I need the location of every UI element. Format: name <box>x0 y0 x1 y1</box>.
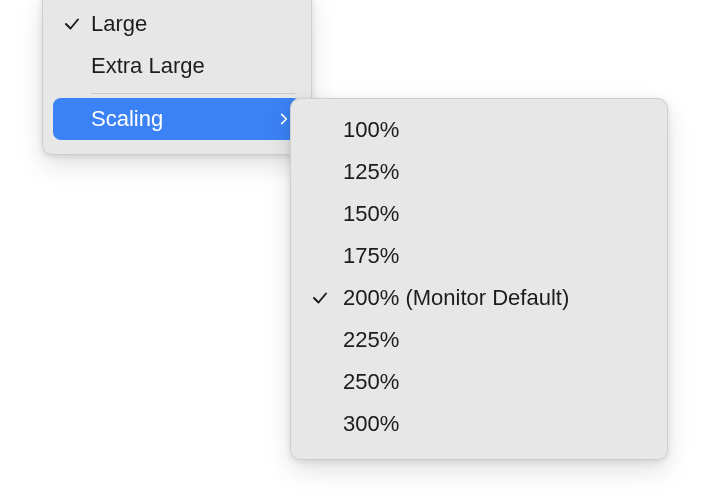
menu-item-label: Extra Large <box>91 53 273 79</box>
menu-item-label: 300% <box>343 411 651 437</box>
menu-item-label: 250% <box>343 369 651 395</box>
menu-item-scale-200-default[interactable]: 200% (Monitor Default) <box>291 277 667 319</box>
menu-item-label: Scaling <box>91 106 269 132</box>
size-menu: Large Extra Large Scaling <box>42 0 312 155</box>
menu-separator <box>91 93 295 94</box>
menu-item-label: 150% <box>343 201 651 227</box>
menu-item-scaling[interactable]: Scaling <box>53 98 301 140</box>
menu-item-scale-100[interactable]: 100% <box>291 109 667 151</box>
check-icon <box>311 289 343 307</box>
scaling-submenu: 100% 125% 150% 175% 200% (Monitor Defaul… <box>290 98 668 460</box>
menu-item-scale-300[interactable]: 300% <box>291 403 667 445</box>
check-icon <box>63 15 91 33</box>
menu-item-label: 225% <box>343 327 651 353</box>
menu-item-label: 125% <box>343 159 651 185</box>
menu-item-label: Large <box>91 11 273 37</box>
menu-item-scale-125[interactable]: 125% <box>291 151 667 193</box>
menu-item-large[interactable]: Large <box>43 3 311 45</box>
menu-item-label: 100% <box>343 117 651 143</box>
menu-item-label: 200% (Monitor Default) <box>343 285 651 311</box>
menu-item-label: 175% <box>343 243 651 269</box>
menu-item-extra-large[interactable]: Extra Large <box>43 45 311 87</box>
menu-item-scale-175[interactable]: 175% <box>291 235 667 277</box>
chevron-right-icon <box>269 110 291 128</box>
menu-item-scale-150[interactable]: 150% <box>291 193 667 235</box>
menu-item-scale-250[interactable]: 250% <box>291 361 667 403</box>
menu-item-scale-225[interactable]: 225% <box>291 319 667 361</box>
